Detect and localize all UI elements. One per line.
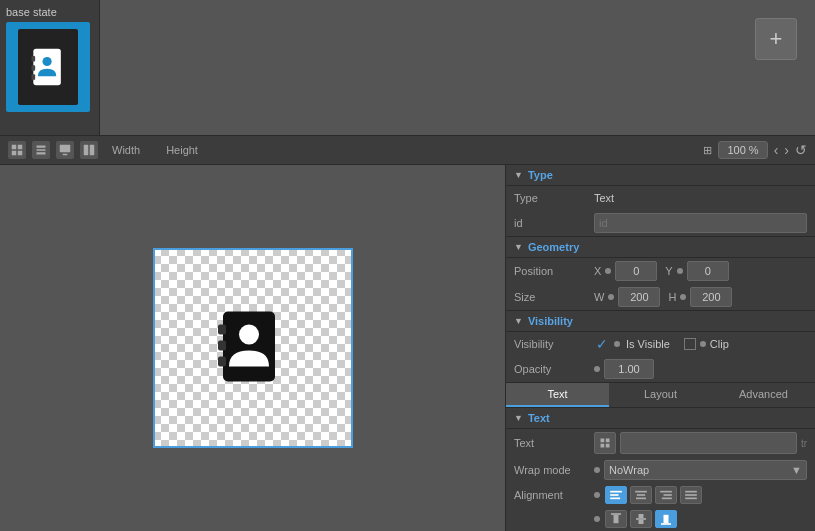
svg-rect-9 [60,145,71,153]
clip-checkbox[interactable] [684,338,696,350]
svg-rect-19 [601,444,605,448]
h-label: H [668,291,676,303]
svg-rect-25 [637,494,645,496]
svg-rect-0 [33,49,61,86]
visibility-title: Visibility [528,315,573,327]
zoom-arrow-left[interactable]: ‹ [774,142,779,158]
checkmark: ✓ [596,336,608,352]
right-panel: ▼ Type Type Text id ▼ Geometry Position … [505,165,815,531]
tab-text[interactable]: Text [506,383,609,407]
alignment-label: Alignment [514,489,594,501]
toolbar-icon-2[interactable] [32,141,50,159]
type-section-header: ▼ Type [506,165,815,186]
y-input[interactable] [687,261,729,281]
tr-label: tr [801,438,807,449]
vis-dot [614,341,620,347]
text-icon-btn[interactable] [594,432,616,454]
toolbar-icon-1[interactable] [8,141,26,159]
wrap-mode-select[interactable]: NoWrap ▼ [604,460,807,480]
text-subsection-title: Text [528,412,550,424]
tab-layout[interactable]: Layout [609,383,712,407]
id-row: id [506,210,815,236]
tab-advanced[interactable]: Advanced [712,383,815,407]
id-input[interactable] [594,213,807,233]
svg-rect-36 [636,518,646,520]
geometry-section-header: ▼ Geometry [506,236,815,258]
svg-point-4 [43,57,52,66]
text-subsection-arrow: ▼ [514,413,523,423]
id-label: id [514,217,594,229]
canvas-preview[interactable] [153,248,353,448]
svg-rect-32 [685,498,697,500]
x-input[interactable] [615,261,657,281]
undo-button[interactable]: ↺ [795,142,807,158]
svg-rect-31 [685,494,697,496]
height-label: Height [166,144,198,156]
opacity-label: Opacity [514,363,594,375]
h-dot [680,294,686,300]
wrap-mode-row: Wrap mode NoWrap ▼ [506,457,815,483]
svg-rect-22 [610,494,618,496]
zoom-button[interactable]: 100 % [718,141,767,159]
svg-rect-34 [614,515,619,523]
valign-top[interactable] [605,510,627,528]
align-center[interactable] [630,486,652,504]
width-label: Width [112,144,140,156]
opacity-input[interactable] [604,359,654,379]
add-button[interactable]: + [755,18,797,60]
zoom-arrow-right[interactable]: › [784,142,789,158]
anchor-icon: ⊞ [703,144,712,157]
svg-rect-27 [660,491,672,493]
text-row: Text tr [506,429,815,457]
geometry-title: Geometry [528,241,579,253]
text-subsection-header: ▼ Text [506,408,815,429]
y-label: Y [665,265,672,277]
align-justify[interactable] [680,486,702,504]
w-label: W [594,291,604,303]
geometry-arrow: ▼ [514,242,523,252]
h-input[interactable] [690,287,732,307]
text-preview[interactable] [620,432,797,454]
clip-label: Clip [710,338,729,350]
visibility-row: Visibility ✓ Is Visible Clip [506,332,815,356]
position-label: Position [514,265,594,277]
svg-rect-7 [12,151,17,156]
toolbar-icon-4[interactable] [80,141,98,159]
valign-middle[interactable] [630,510,652,528]
svg-rect-29 [662,498,672,500]
w-dot [608,294,614,300]
svg-rect-18 [606,439,610,443]
size-row: Size W H [506,284,815,310]
is-visible-label: Is Visible [626,338,670,350]
text-label: Text [514,437,594,449]
svg-rect-33 [611,513,621,515]
align-left[interactable] [605,486,627,504]
opacity-row: Opacity [506,356,815,382]
type-row: Type Text [506,186,815,210]
svg-rect-26 [636,498,646,500]
w-input[interactable] [618,287,660,307]
svg-rect-5 [12,145,17,150]
alignment-row-2 [506,507,815,531]
canvas-icon [213,307,293,390]
align-right[interactable] [655,486,677,504]
svg-rect-17 [601,439,605,443]
canvas-work-area [0,165,505,531]
svg-rect-2 [32,65,36,71]
toolbar-icon-3[interactable] [56,141,74,159]
state-label: base state [6,6,93,18]
type-title: Type [528,169,553,181]
svg-rect-15 [218,357,226,367]
state-thumbnail [6,22,90,112]
svg-rect-20 [606,444,610,448]
svg-rect-10 [84,145,89,156]
valign-bottom[interactable] [655,510,677,528]
align-dot-2 [594,516,600,522]
svg-rect-3 [32,74,36,79]
align-dot [594,492,600,498]
svg-rect-24 [635,491,647,493]
visibility-arrow: ▼ [514,316,523,326]
size-label: Size [514,291,594,303]
svg-rect-21 [610,491,622,493]
svg-rect-37 [639,520,644,524]
